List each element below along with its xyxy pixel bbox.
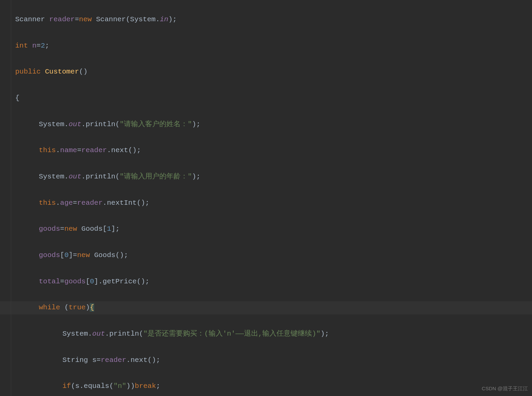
code-line: Scanner reader=new Scanner(System.in);: [15, 13, 532, 26]
code-editor[interactable]: Scanner reader=new Scanner(System.in); i…: [0, 0, 532, 396]
code-line: {: [15, 92, 532, 105]
brace-highlight: {: [90, 303, 94, 312]
code-line: goods[0]=new Goods();: [15, 249, 532, 262]
code-line: if(s.equals("n"))break;: [15, 380, 532, 393]
code-line: System.out.println("是否还需要购买：(输入'n'——退出,输…: [15, 328, 532, 341]
code-line: int n=2;: [15, 39, 532, 53]
code-line: goods=new Goods[1];: [15, 223, 532, 236]
code-line: System.out.println("请输入用户的年龄：");: [15, 170, 532, 183]
code-line: System.out.println("请输入客户的姓名：");: [15, 118, 532, 131]
code-line: this.name=reader.next();: [15, 144, 532, 157]
code-line-current: while (true){: [0, 301, 532, 314]
code-line: public Customer(): [15, 65, 532, 79]
gutter-indent-guide: [11, 0, 11, 396]
code-line: this.age=reader.nextInt();: [15, 197, 532, 210]
code-line: String s=reader.next();: [15, 354, 532, 367]
watermark-text: CSDN @混子王江江: [482, 384, 528, 393]
code-line: total=goods[0].getPrice();: [15, 275, 532, 288]
